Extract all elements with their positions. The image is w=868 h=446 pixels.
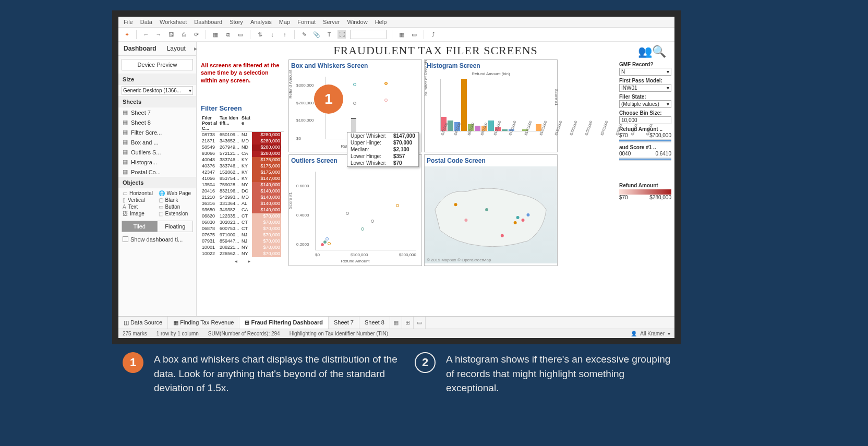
table-row[interactable]: 40376383746...KY$175,000 xyxy=(201,163,284,170)
table-row[interactable]: 36316331364...AL$140,000 xyxy=(201,201,284,207)
menu-file[interactable]: File xyxy=(124,19,133,25)
refund-legend: Refund Amount $70$280,000 xyxy=(619,183,671,200)
table-row[interactable]: 20416832196...DC$140,000 xyxy=(201,188,284,195)
table-row[interactable]: 42347152862...KY$175,000 xyxy=(201,170,284,176)
new-sheet-icon[interactable]: ▦ xyxy=(211,30,220,39)
present-icon[interactable]: ▭ xyxy=(410,30,418,39)
sort-asc-icon[interactable]: ↓ xyxy=(268,30,276,39)
duplicate-icon[interactable]: ⧉ xyxy=(224,30,232,39)
sort-desc-icon[interactable]: ↑ xyxy=(281,30,289,39)
table-row[interactable]: 40048383746...KY$175,000 xyxy=(201,157,284,163)
share-icon[interactable]: ⤴ xyxy=(429,30,438,39)
menu-data[interactable]: Data xyxy=(140,19,152,25)
object-horizontal[interactable]: ▭ Horizontal xyxy=(123,190,156,196)
table-row[interactable]: 07675971000...NJ$70,000 xyxy=(201,232,284,238)
postal-code-screen[interactable]: Postal Code Screen © 2019 Mapbox © OpenS… xyxy=(424,154,558,266)
sheet-item[interactable]: ▦Outliers S... xyxy=(118,147,196,157)
back-icon[interactable]: ← xyxy=(142,30,150,39)
object-vertical[interactable]: ▯ Vertical xyxy=(123,197,156,203)
sheet-item[interactable]: ▦Postal Co... xyxy=(118,167,196,177)
bin-input[interactable]: 10,000 xyxy=(619,116,671,124)
menu-format[interactable]: Format xyxy=(297,19,316,25)
floating-button[interactable]: Floating xyxy=(158,221,194,232)
menu-map[interactable]: Map xyxy=(279,19,290,25)
table-row[interactable]: 07931859447...NJ$70,000 xyxy=(201,238,284,245)
refund-slider[interactable] xyxy=(619,139,671,142)
new-dashboard-icon[interactable]: ⊞ xyxy=(402,317,414,329)
table-row[interactable]: 06820122335...CT$70,000 xyxy=(201,213,284,220)
text-icon[interactable]: T xyxy=(325,30,333,39)
object-image[interactable]: 🖼 Image xyxy=(123,211,156,216)
forward-icon[interactable]: → xyxy=(154,30,163,39)
right-filters: GMF Record? N▾ First Pass Model: INW01▾ … xyxy=(619,59,671,162)
table-row[interactable]: 06830302023...CT$70,000 xyxy=(201,220,284,226)
dashboard-title: FRAUDULENT TAX FILER SCREENS xyxy=(333,44,538,57)
swap-icon[interactable]: ⇅ xyxy=(256,30,264,39)
sheet-item[interactable]: ▦Sheet 7 xyxy=(118,107,196,117)
table-row[interactable]: 58549267949...ND$280,000 xyxy=(201,144,284,151)
state-select[interactable]: (Multiple values)▾ xyxy=(619,100,671,108)
menubar: FileDataWorksheetDashboardStoryAnalysisM… xyxy=(118,17,674,28)
toolbar: ✦ ← → 🖫 ⎙ ⟳ ▦ ⧉ ▭ ⇅ ↓ ↑ ✎ 📎 T ⛶ ▦ ▭ ⤴ xyxy=(118,28,674,42)
table-row[interactable]: 21871343652...MD$280,000 xyxy=(201,138,284,144)
size-select[interactable]: Generic Desktop (1366...▾ xyxy=(122,86,193,95)
tab-layout[interactable]: Layout xyxy=(162,42,191,55)
scroll-right-icon[interactable]: ▸ xyxy=(248,258,250,264)
save-icon[interactable]: 🖫 xyxy=(167,30,175,39)
clear-icon[interactable]: ▭ xyxy=(236,30,245,39)
gmf-select[interactable]: N▾ xyxy=(619,68,671,76)
highlight-icon[interactable]: ✎ xyxy=(300,30,308,39)
menu-story[interactable]: Story xyxy=(230,19,243,25)
menu-analysis[interactable]: Analysis xyxy=(250,19,272,25)
new-worksheet-icon[interactable]: ▦ xyxy=(390,317,402,329)
table-row[interactable]: 10001288221...NY$70,000 xyxy=(201,245,284,251)
refresh-icon[interactable]: ⟳ xyxy=(192,30,200,39)
tiled-button[interactable]: Tiled xyxy=(122,221,158,232)
menu-dashboard[interactable]: Dashboard xyxy=(194,19,222,25)
svg-point-4 xyxy=(464,219,467,222)
object-button[interactable]: ▭ Button xyxy=(159,204,192,210)
table-row[interactable]: 06878600753...CT$70,000 xyxy=(201,226,284,232)
device-preview-button[interactable]: Device Preview xyxy=(122,59,193,70)
sheet-item[interactable]: ▦Box and ... xyxy=(118,137,196,147)
object-web page[interactable]: 🌐 Web Page xyxy=(159,190,192,196)
table-row[interactable]: 93650349382...CA$140,000 xyxy=(201,207,284,213)
tab-fraud-dashboard[interactable]: ⊞ Fraud Filtering Dashboard xyxy=(239,317,329,329)
tab-finding[interactable]: ▦ Finding Tax Revenue xyxy=(168,317,239,329)
sheet-item[interactable]: ▦Sheet 8 xyxy=(118,117,196,127)
new-data-icon[interactable]: ⎙ xyxy=(179,30,188,39)
outliers-screen[interactable]: Outliers Screen Score #1 0.2000 0.4000 0… xyxy=(288,154,422,266)
filter-table[interactable]: Filer Post al C...Tax Iden tifi...Stat e… xyxy=(201,115,284,264)
fit-icon[interactable]: ⛶ xyxy=(337,30,346,39)
menu-server[interactable]: Server xyxy=(323,19,340,25)
fraud-slider[interactable] xyxy=(619,158,671,161)
histogram-bar[interactable] xyxy=(461,79,467,131)
menu-window[interactable]: Window xyxy=(347,19,368,25)
table-row[interactable]: 41056853754...KY$147,000 xyxy=(201,176,284,182)
histogram-screen[interactable]: Histogram Screen Refund Amount (bin) Sco… xyxy=(424,59,558,152)
sheet-item[interactable]: ▦Filter Scre... xyxy=(118,127,196,137)
table-row[interactable]: 21210542993...MD$140,000 xyxy=(201,195,284,201)
new-story-icon[interactable]: ▭ xyxy=(414,317,426,329)
data-source-tab[interactable]: ◫ Data Source xyxy=(118,317,168,329)
tab-sheet7[interactable]: Sheet 7 xyxy=(329,317,359,329)
object-extension[interactable]: ⬚ Extension xyxy=(159,211,192,216)
table-row[interactable]: 08738650109...NJ$280,000 xyxy=(201,132,284,138)
tab-dashboard[interactable]: Dashboard xyxy=(118,42,162,55)
menu-worksheet[interactable]: Worksheet xyxy=(160,19,187,25)
search-input[interactable] xyxy=(350,30,387,39)
tab-sheet8[interactable]: Sheet 8 xyxy=(359,317,390,329)
object-blank[interactable]: ▢ Blank xyxy=(159,197,192,203)
table-row[interactable]: 10022226562...NY$70,000 xyxy=(201,251,284,257)
checkbox-icon[interactable] xyxy=(123,236,128,242)
table-row[interactable]: 93066572121...CA$280,000 xyxy=(201,151,284,157)
table-row[interactable]: 13504759028...NY$140,000 xyxy=(201,182,284,188)
object-text[interactable]: A Text xyxy=(123,204,156,210)
scroll-left-icon[interactable]: ◂ xyxy=(235,258,237,264)
model-select[interactable]: INW01▾ xyxy=(619,84,671,92)
svg-point-3 xyxy=(526,213,529,216)
pin-icon[interactable]: 📎 xyxy=(312,30,321,39)
show-me-icon[interactable]: ▦ xyxy=(397,30,406,39)
sheet-item[interactable]: ▦Histogra... xyxy=(118,157,196,167)
menu-help[interactable]: Help xyxy=(375,19,387,25)
